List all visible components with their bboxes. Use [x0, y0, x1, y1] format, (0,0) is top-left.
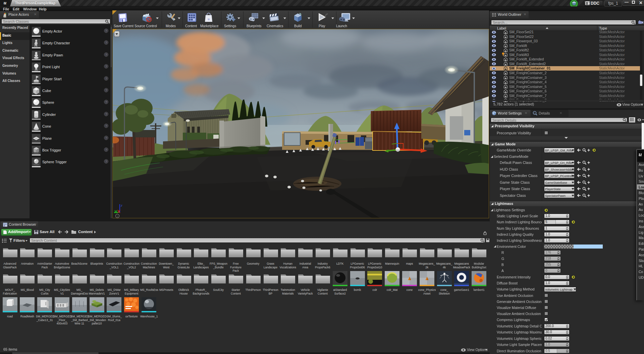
svg-text:i: i: [534, 112, 535, 114]
svg-text:?: ?: [117, 215, 118, 218]
svg-text:u: u: [208, 17, 210, 21]
svg-text:z: z: [120, 204, 122, 207]
